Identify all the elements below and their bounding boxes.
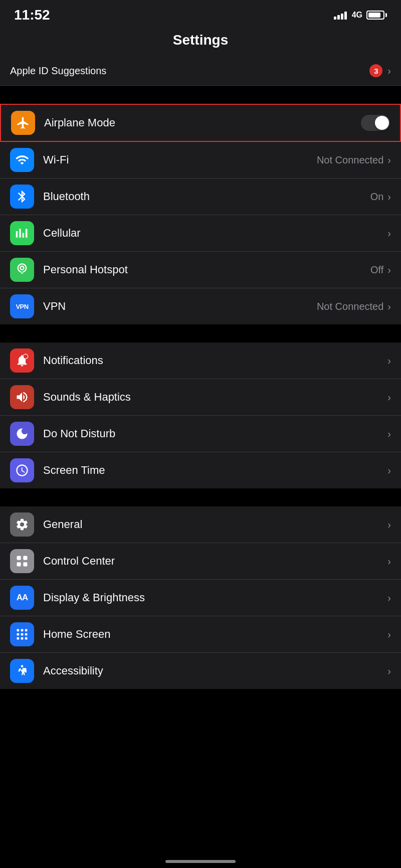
accessibility-row[interactable]: Accessibility › — [0, 653, 401, 689]
page-header: Settings — [0, 27, 401, 56]
do-not-disturb-label: Do Not Disturb — [43, 427, 387, 440]
do-not-disturb-icon — [10, 422, 34, 446]
personal-hotspot-label: Personal Hotspot — [43, 263, 370, 276]
network-section: Airplane Mode Wi-Fi Not Connected › Blue… — [0, 104, 401, 324]
wifi-icon — [10, 148, 34, 172]
bluetooth-chevron-icon: › — [387, 191, 391, 203]
display-brightness-icon: AA — [10, 586, 34, 610]
wifi-label: Wi-Fi — [43, 153, 317, 166]
accessibility-label: Accessibility — [43, 664, 387, 677]
airplane-mode-icon — [11, 111, 35, 135]
section-gap-2 — [0, 324, 401, 342]
bluetooth-row[interactable]: Bluetooth On › — [0, 179, 401, 215]
svg-rect-2 — [23, 556, 27, 560]
airplane-mode-label: Airplane Mode — [44, 116, 361, 129]
vpn-row[interactable]: VPN VPN Not Connected › — [0, 288, 401, 324]
signal-4g-label: 4G — [352, 11, 362, 20]
home-screen-row[interactable]: Home Screen › — [0, 616, 401, 653]
airplane-mode-row[interactable]: Airplane Mode — [0, 104, 401, 142]
notifications-section: Notifications › Sounds & Haptics › Do No… — [0, 342, 401, 488]
svg-point-14 — [21, 665, 24, 667]
general-icon — [10, 512, 34, 537]
svg-rect-13 — [25, 637, 28, 640]
screen-time-icon — [10, 458, 34, 482]
svg-rect-9 — [21, 633, 24, 636]
cellular-row[interactable]: Cellular › — [0, 215, 401, 252]
svg-point-0 — [23, 354, 28, 359]
apple-id-chevron-icon: › — [387, 65, 391, 77]
svg-rect-3 — [17, 562, 21, 566]
general-label: General — [43, 518, 387, 531]
svg-rect-10 — [25, 633, 28, 636]
apple-id-row[interactable]: Apple ID Suggestions 3 › — [0, 56, 401, 86]
do-not-disturb-chevron-icon: › — [387, 428, 391, 440]
battery-icon — [366, 11, 387, 20]
sounds-haptics-icon — [10, 385, 34, 409]
section-gap-3 — [0, 488, 401, 506]
sounds-haptics-label: Sounds & Haptics — [43, 391, 387, 404]
wifi-chevron-icon: › — [387, 154, 391, 166]
notifications-icon — [10, 349, 34, 373]
do-not-disturb-row[interactable]: Do Not Disturb › — [0, 416, 401, 452]
sounds-haptics-chevron-icon: › — [387, 392, 391, 403]
page-title: Settings — [173, 32, 228, 48]
general-chevron-icon: › — [387, 519, 391, 531]
sounds-haptics-row[interactable]: Sounds & Haptics › — [0, 379, 401, 416]
cellular-chevron-icon: › — [387, 228, 391, 239]
status-time: 11:52 — [14, 7, 50, 23]
svg-rect-7 — [25, 629, 28, 632]
home-screen-chevron-icon: › — [387, 629, 391, 640]
svg-rect-4 — [23, 562, 27, 566]
control-center-label: Control Center — [43, 555, 387, 568]
screen-time-row[interactable]: Screen Time › — [0, 452, 401, 488]
bluetooth-label: Bluetooth — [43, 190, 370, 203]
personal-hotspot-row[interactable]: Personal Hotspot Off › — [0, 252, 401, 288]
display-brightness-label: Display & Brightness — [43, 591, 387, 604]
wifi-value: Not Connected — [317, 154, 383, 166]
screen-time-label: Screen Time — [43, 464, 387, 477]
personal-hotspot-icon — [10, 258, 34, 282]
svg-rect-12 — [21, 637, 24, 640]
bluetooth-value: On — [370, 191, 384, 203]
apple-id-badge: 3 — [369, 64, 382, 77]
bluetooth-icon — [10, 185, 34, 209]
personal-hotspot-value: Off — [370, 264, 383, 276]
signal-bars-icon — [334, 11, 347, 20]
notifications-chevron-icon: › — [387, 355, 391, 367]
svg-rect-11 — [17, 637, 20, 640]
accessibility-icon — [10, 659, 34, 683]
screen-time-chevron-icon: › — [387, 465, 391, 476]
vpn-icon: VPN — [10, 294, 34, 318]
svg-rect-1 — [17, 556, 21, 560]
apple-id-label: Apple ID Suggestions — [10, 65, 106, 77]
section-gap-1 — [0, 86, 401, 104]
svg-rect-5 — [17, 629, 20, 632]
notifications-label: Notifications — [43, 354, 387, 367]
control-center-row[interactable]: Control Center › — [0, 543, 401, 580]
control-center-chevron-icon: › — [387, 556, 391, 567]
home-screen-label: Home Screen — [43, 628, 387, 641]
status-icons: 4G — [334, 11, 387, 20]
wifi-row[interactable]: Wi-Fi Not Connected › — [0, 142, 401, 179]
display-brightness-row[interactable]: AA Display & Brightness › — [0, 580, 401, 616]
display-brightness-chevron-icon: › — [387, 592, 391, 604]
home-indicator[interactable] — [165, 860, 236, 863]
cellular-icon — [10, 221, 34, 245]
airplane-mode-toggle[interactable] — [361, 115, 390, 131]
cellular-label: Cellular — [43, 227, 383, 240]
home-screen-icon — [10, 622, 34, 646]
accessibility-chevron-icon: › — [387, 665, 391, 677]
vpn-label: VPN — [43, 300, 317, 313]
bottom-padding — [0, 689, 401, 729]
personal-hotspot-chevron-icon: › — [387, 264, 391, 276]
general-section: General › Control Center › AA Display & … — [0, 506, 401, 689]
status-bar: 11:52 4G — [0, 0, 401, 27]
svg-rect-6 — [21, 629, 24, 632]
general-row[interactable]: General › — [0, 506, 401, 543]
vpn-chevron-icon: › — [387, 301, 391, 312]
vpn-value: Not Connected — [317, 301, 383, 312]
airplane-mode-toggle-knob — [375, 116, 389, 130]
control-center-icon — [10, 549, 34, 573]
svg-rect-8 — [17, 633, 20, 636]
notifications-row[interactable]: Notifications › — [0, 342, 401, 379]
